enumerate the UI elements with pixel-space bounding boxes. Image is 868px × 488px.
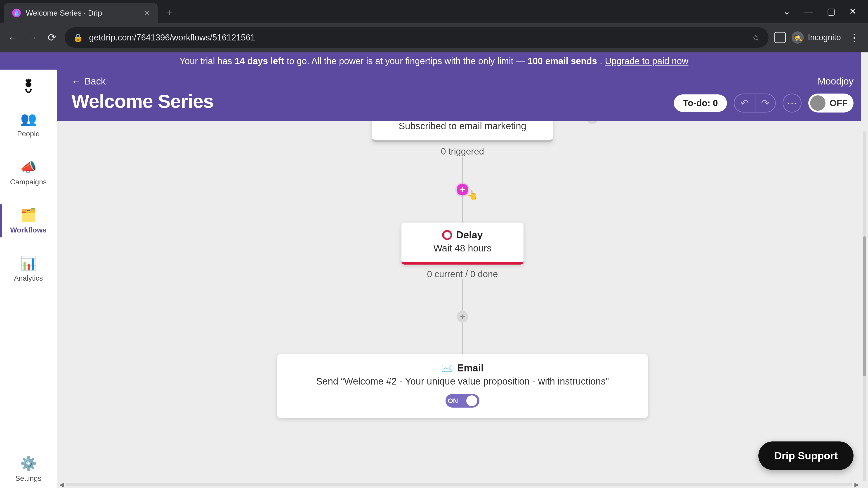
email-active-toggle[interactable]: ON [445, 394, 479, 408]
email-subtitle: Send “Welcome #2 - Your unique value pro… [316, 376, 609, 387]
scroll-track[interactable] [66, 483, 852, 486]
email-toggle-label: ON [448, 397, 458, 404]
sidebar-item-analytics[interactable]: 📊 Analytics [0, 250, 57, 288]
close-window-icon[interactable]: ✕ [849, 6, 857, 17]
drip-logo[interactable] [18, 75, 39, 95]
vertical-scrollbar[interactable] [861, 53, 868, 481]
banner-text-middle: to go. All the power is at your fingerti… [287, 56, 525, 66]
add-step-button[interactable]: + [457, 311, 468, 323]
app-root: Your trial has 14 days left to go. All t… [0, 53, 868, 488]
back-link[interactable]: ← Back [71, 76, 105, 87]
connector [462, 323, 463, 354]
add-step-button-active[interactable]: + [457, 184, 468, 195]
delay-stat: 0 current / 0 done [427, 269, 498, 279]
support-label: Drip Support [774, 450, 838, 462]
svg-point-1 [30, 89, 32, 91]
window-controls: ⌄ — ▢ ✕ [783, 0, 868, 23]
connector [462, 279, 463, 311]
add-trigger-button[interactable]: + [587, 121, 598, 124]
analytics-icon: 📊 [20, 256, 37, 271]
toggle-knob [466, 395, 477, 406]
new-tab-button[interactable]: + [162, 5, 178, 21]
cursor-pointer-icon: 👆 [467, 190, 478, 200]
toolbar: ← → ⟳ 🔒 getdrip.com/7641396/workflows/51… [0, 23, 868, 53]
incognito-indicator[interactable]: 🕵️ Incognito [792, 31, 841, 43]
back-label: Back [85, 76, 105, 87]
banner-text-prefix: Your trial has [180, 56, 232, 66]
trigger-stat: 0 triggered [441, 147, 484, 157]
upgrade-link[interactable]: Upgrade to paid now [605, 56, 688, 66]
sidebar-label-campaigns: Campaigns [10, 178, 47, 186]
page-header: ← Back Welcome Series Moodjoy To-do: 0 ↶ [57, 70, 868, 121]
banner-email-sends: 100 email sends [528, 56, 597, 66]
scroll-thumb[interactable] [863, 236, 866, 376]
back-button[interactable]: ← [6, 31, 20, 44]
undo-button[interactable]: ↶ [735, 94, 755, 112]
tabs-dropdown-icon[interactable]: ⌄ [783, 6, 791, 17]
workflow-icon: 🗂️ [20, 207, 37, 223]
people-icon: 👥 [20, 111, 37, 127]
drip-logo-icon [20, 76, 37, 94]
svg-point-0 [25, 89, 27, 91]
close-tab-icon[interactable]: × [145, 8, 150, 18]
reload-button[interactable]: ⟳ [45, 31, 59, 44]
extensions-icon[interactable] [774, 32, 786, 43]
incognito-label: Incognito [808, 33, 841, 42]
more-menu-button[interactable]: ⋯ [782, 94, 802, 112]
connector [462, 195, 463, 223]
scroll-track[interactable] [863, 131, 866, 481]
minimize-icon[interactable]: — [804, 6, 813, 17]
maximize-icon[interactable]: ▢ [827, 6, 835, 17]
url-text: getdrip.com/7641396/workflows/516121561 [89, 33, 745, 42]
browser-tab[interactable]: 💧 Welcome Series · Drip × [4, 3, 158, 23]
main-area: ← Back Welcome Series Moodjoy To-do: 0 ↶ [57, 70, 868, 488]
scroll-right-icon[interactable]: ▶ [852, 481, 861, 488]
sidebar-label-people: People [17, 130, 40, 138]
sidebar-label-workflows: Workflows [10, 226, 46, 234]
email-title: Email [457, 362, 484, 374]
sidebar-label-analytics: Analytics [14, 274, 43, 283]
tab-bar: 💧 Welcome Series · Drip × + ⌄ — ▢ ✕ [0, 0, 868, 23]
incognito-icon: 🕵️ [792, 31, 804, 43]
forward-button[interactable]: → [26, 31, 39, 44]
browser-menu-icon[interactable]: ⋮ [847, 31, 862, 43]
email-node[interactable]: ✉️ Email Send “Welcome #2 - Your unique … [277, 354, 648, 418]
banner-days-left: 14 days left [235, 56, 284, 66]
left-rail: 👥 People 📣 Campaigns 🗂️ Workflows 📊 Anal… [0, 70, 57, 488]
sidebar-item-settings[interactable]: ⚙️ Settings [0, 450, 57, 488]
delay-node[interactable]: 🕒 Delay Wait 48 hours [401, 223, 524, 265]
header-actions: To-do: 0 ↶ ↷ ⋯ OFF [674, 94, 854, 112]
arrow-left-icon: ← [71, 76, 81, 87]
toggle-label: OFF [830, 98, 848, 108]
workflow-flow: Subscribed to email marketing + 0 trigge… [57, 121, 868, 482]
todo-pill[interactable]: To-do: 0 [674, 94, 727, 112]
delay-title: Delay [456, 229, 483, 240]
lock-icon: 🔒 [73, 33, 83, 42]
tab-title: Welcome Series · Drip [26, 8, 140, 18]
trigger-node[interactable]: Subscribed to email marketing + [372, 121, 553, 142]
workspace-name[interactable]: Moodjoy [817, 76, 854, 87]
browser-chrome: 💧 Welcome Series · Drip × + ⌄ — ▢ ✕ ← → … [0, 0, 868, 53]
connector [462, 157, 463, 184]
megaphone-icon: 📣 [20, 159, 37, 175]
horizontal-scrollbar[interactable]: ◀ ▶ [57, 481, 861, 488]
workflow-active-toggle[interactable]: OFF [808, 94, 854, 112]
redo-button[interactable]: ↷ [755, 94, 775, 112]
drip-favicon: 💧 [12, 8, 21, 17]
body-row: 👥 People 📣 Campaigns 🗂️ Workflows 📊 Anal… [0, 70, 868, 488]
gear-icon: ⚙️ [20, 456, 37, 471]
sidebar-item-people[interactable]: 👥 People [0, 106, 57, 143]
support-button[interactable]: Drip Support [758, 442, 854, 470]
mail-icon: ✉️ [441, 363, 453, 374]
address-bar[interactable]: 🔒 getdrip.com/7641396/workflows/51612156… [65, 27, 769, 48]
workflow-canvas[interactable]: Subscribed to email marketing + 0 trigge… [57, 121, 868, 488]
trial-banner: Your trial has 14 days left to go. All t… [0, 53, 868, 70]
clock-icon: 🕒 [442, 230, 452, 240]
scroll-left-icon[interactable]: ◀ [57, 481, 66, 488]
sidebar-item-campaigns[interactable]: 📣 Campaigns [0, 154, 57, 192]
trigger-subtitle: Subscribed to email marketing [399, 121, 526, 131]
sidebar-item-workflows[interactable]: 🗂️ Workflows [0, 202, 57, 240]
page-title: Welcome Series [71, 90, 214, 112]
sidebar-label-settings: Settings [16, 474, 41, 483]
bookmark-star-icon[interactable]: ☆ [752, 32, 760, 43]
